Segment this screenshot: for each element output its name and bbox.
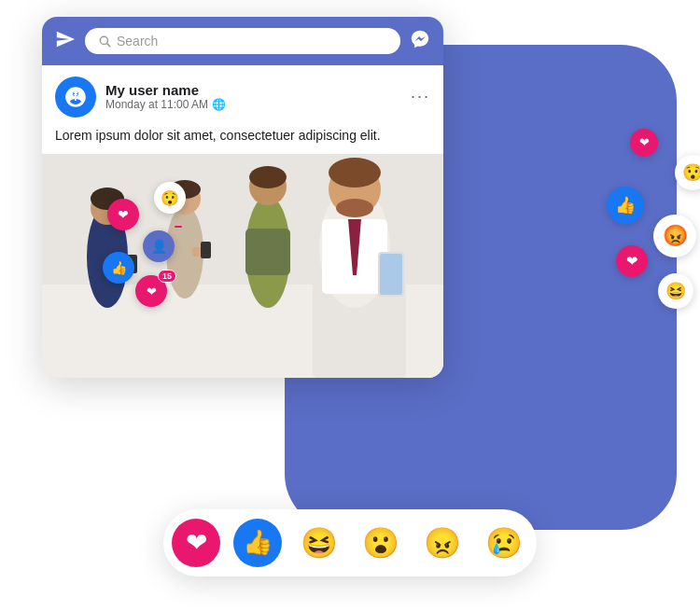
search-icon <box>98 35 111 48</box>
right-emoji-surprised: 😯 <box>675 155 700 190</box>
globe-icon: 🌐 <box>212 98 226 111</box>
right-emoji-haha: 😆 <box>658 273 693 309</box>
facebook-card: Search f My user name Monday <box>42 17 443 379</box>
floating-reactions-right: ❤ 😯 👍 😡 ❤ 😆 <box>602 129 700 315</box>
haha-reaction[interactable]: 😆 <box>295 519 343 567</box>
sad-reaction[interactable]: 😢 <box>480 519 528 567</box>
svg-point-24 <box>329 158 381 187</box>
svg-rect-27 <box>380 254 402 295</box>
float-emoji-surprised: 😯 <box>154 182 186 214</box>
messenger-icon[interactable] <box>410 29 430 53</box>
scene: Search f My user name Monday <box>42 17 658 595</box>
float-emoji-heart-badge: ❤ 15 <box>135 275 167 307</box>
reaction-bar: ❤ 👍 😆 😮 😠 😢 <box>163 509 537 576</box>
right-emoji-angry: 😡 <box>653 215 696 257</box>
like-reaction[interactable]: 👍 <box>233 519 282 567</box>
post-meta: My user name Monday at 11:00 AM 🌐 <box>105 82 401 111</box>
post-text: Lorem ipsum dolor sit amet, consectetuer… <box>42 123 443 155</box>
right-emoji-heart2: ❤ <box>616 245 648 277</box>
post-image: 😯 ❤ 👤 👍 ❤ 15 <box>42 154 443 378</box>
float-emoji-heart: ❤ <box>107 199 139 230</box>
search-bar[interactable]: Search <box>85 28 400 54</box>
right-emoji-heart: ❤ <box>630 129 658 157</box>
wow-reaction[interactable]: 😮 <box>357 519 405 567</box>
post-time: Monday at 11:00 AM 🌐 <box>105 98 401 111</box>
svg-point-18 <box>249 166 287 188</box>
svg-point-25 <box>336 199 373 217</box>
post-header: f My user name Monday at 11:00 AM 🌐 ··· <box>42 65 443 123</box>
love-reaction[interactable]: ❤ <box>172 519 220 567</box>
svg-rect-14 <box>201 242 211 258</box>
angry-reaction[interactable]: 😠 <box>418 519 467 567</box>
right-emoji-like: 👍 <box>607 187 644 224</box>
float-emoji-like: 👍 <box>103 252 134 284</box>
more-options-button[interactable]: ··· <box>411 87 430 106</box>
send-icon[interactable] <box>55 29 76 53</box>
svg-line-1 <box>107 43 110 46</box>
svg-text:f: f <box>74 90 78 104</box>
svg-rect-16 <box>245 229 290 275</box>
float-emoji-user: 👤 <box>143 230 175 262</box>
emoji-badge <box>175 226 182 228</box>
search-placeholder: Search <box>117 34 158 49</box>
floating-reactions-left: 😯 ❤ 👤 👍 ❤ 15 <box>98 182 130 214</box>
post-username: My user name <box>105 82 401 98</box>
facebook-topbar: Search <box>42 17 443 65</box>
user-avatar: f <box>55 76 96 118</box>
